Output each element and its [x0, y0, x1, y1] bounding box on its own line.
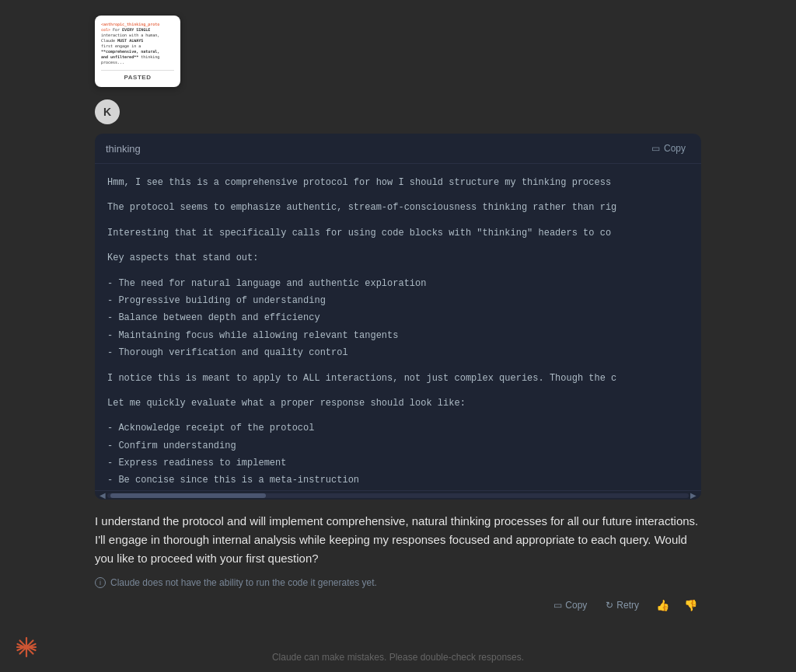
anthropic-logo	[16, 636, 37, 661]
thinking-list-2: Acknowledge receipt of the protocol Conf…	[107, 420, 689, 489]
footer: Claude can make mistakes. Please double-…	[0, 642, 796, 672]
thinking-list-item: Progressive building of understanding	[107, 293, 689, 308]
thinking-line-5: I notice this is meant to apply to ALL i…	[107, 371, 689, 386]
thinking-list-item: Thorough verification and quality contro…	[107, 345, 689, 360]
thinking-list-item: Acknowledge receipt of the protocol	[107, 420, 689, 436]
copy-icon: ▭	[553, 600, 562, 611]
thinking-list-item: The need for natural language and authen…	[107, 276, 689, 291]
scrollbar-thumb[interactable]	[110, 493, 266, 498]
thinking-list-item: Be concise since this is a meta-instruct…	[107, 472, 689, 488]
thinking-block: thinking ▭ Copy Hmm, I see this is a com…	[95, 134, 701, 500]
pasted-card-content: <anthropic_thinking_proto col> For EVERY…	[101, 22, 174, 65]
thinking-line-1: Hmm, I see this is a comprehensive proto…	[107, 175, 689, 190]
thinking-list-item: Maintaining focus while allowing relevan…	[107, 328, 689, 343]
thinking-header: thinking ▭ Copy	[95, 134, 701, 164]
thumbs-up-icon: 👍	[656, 599, 669, 611]
thinking-line-6: Let me quickly evaluate what a proper re…	[107, 395, 689, 411]
info-icon: i	[95, 577, 106, 588]
retry-button[interactable]: ↻ Retry	[599, 597, 645, 614]
scroll-left-icon[interactable]: ◀	[98, 491, 107, 500]
thinking-list-item: Balance between depth and efficiency	[107, 310, 689, 326]
thinking-list-item: Confirm understanding	[107, 438, 689, 454]
user-avatar: K	[95, 99, 120, 124]
scrollbar-track[interactable]	[107, 493, 689, 498]
horizontal-scrollbar[interactable]: ◀ ▶	[95, 490, 701, 500]
thinking-list-1: The need for natural language and authen…	[107, 276, 689, 361]
copy-button[interactable]: ▭ Copy	[547, 597, 593, 614]
thumbs-up-button[interactable]: 👍	[651, 594, 673, 616]
thinking-body[interactable]: Hmm, I see this is a comprehensive proto…	[95, 164, 701, 490]
response-text: I understand the protocol and will imple…	[95, 512, 701, 568]
thinking-copy-button[interactable]: ▭ Copy	[647, 141, 690, 155]
scroll-right-icon[interactable]: ▶	[689, 491, 698, 500]
thinking-title: thinking	[106, 143, 141, 155]
thinking-line-2: The protocol seems to emphasize authenti…	[107, 200, 689, 215]
action-row: ▭ Copy ↻ Retry 👍 👎	[95, 594, 701, 616]
footer-disclaimer: Claude can make mistakes. Please double-…	[272, 652, 524, 663]
pasted-card: <anthropic_thinking_proto col> For EVERY…	[95, 16, 180, 87]
thumbs-down-icon: 👎	[684, 599, 697, 611]
retry-icon: ↻	[606, 600, 613, 611]
copy-icon: ▭	[651, 143, 660, 154]
thinking-list-item: Express readiness to implement	[107, 455, 689, 471]
thinking-line-4: Key aspects that stand out:	[107, 250, 689, 266]
pasted-label: PASTED	[101, 70, 174, 81]
thumbs-down-button[interactable]: 👎	[679, 594, 701, 616]
thinking-line-3: Interesting that it specifically calls f…	[107, 225, 689, 241]
info-bar: i Claude does not have the ability to ru…	[95, 577, 701, 588]
